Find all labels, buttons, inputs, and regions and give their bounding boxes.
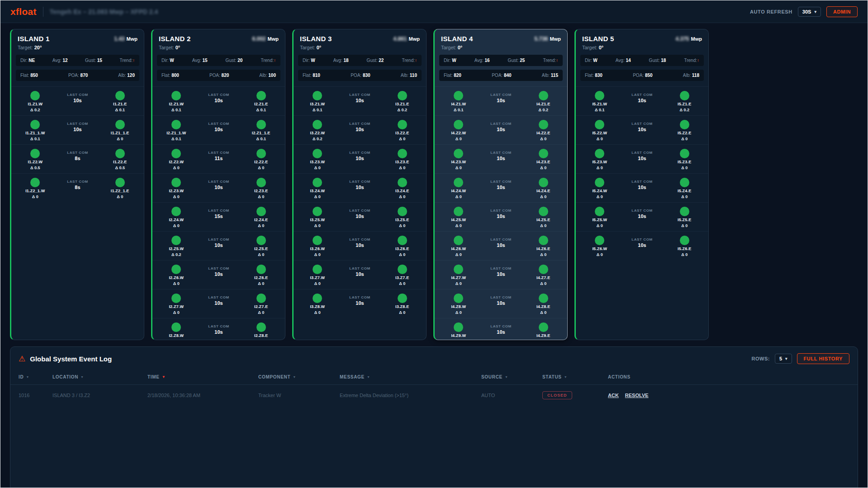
tracker-east[interactable]: I1.Z2_1.E Δ 0 (99, 178, 141, 199)
tracker-west[interactable]: I3.Z7.W Δ 0 (296, 265, 339, 286)
irr-poa: POA: 830 (351, 73, 370, 78)
tracker-west[interactable]: I2.Z8.W Δ 0 (155, 322, 198, 340)
tracker-west[interactable]: I1.Z1_1.W Δ 0.1 (14, 120, 57, 142)
tracker-west[interactable]: I3.Z2.W Δ 0.2 (296, 120, 339, 142)
tracker-west[interactable]: I5.Z3.W Δ 0 (579, 149, 621, 171)
wind-avg: Avg: 12 (52, 58, 68, 63)
tracker-west[interactable]: I2.Z3.W Δ 0 (155, 178, 198, 199)
tracker-east[interactable]: I3.Z5.E Δ 0 (381, 207, 423, 228)
column-header-id[interactable]: ID▼ (19, 374, 52, 379)
tracker-east[interactable]: I3.Z8.E Δ 0 (381, 294, 423, 315)
full-history-button[interactable]: FULL HISTORY (797, 353, 849, 364)
tracker-east[interactable]: I4.Z3.E Δ 0 (522, 149, 564, 171)
tracker-west[interactable]: I5.Z5.W Δ 0 (579, 207, 621, 228)
tracker-west[interactable]: I2.Z7.W Δ 0 (155, 294, 198, 315)
column-header-status[interactable]: STATUS▼ (542, 374, 608, 379)
tracker-west[interactable]: I5.Z6.W Δ 0 (579, 236, 621, 257)
tracker-east[interactable]: I5.Z2.E Δ 0 (663, 120, 706, 142)
tracker-west[interactable]: I4.Z1.W Δ 0.1 (437, 91, 480, 113)
tracker-east[interactable]: I2.Z6.E Δ 0 (240, 265, 282, 286)
tracker-east[interactable]: I2.Z5.E Δ 0 (240, 236, 282, 257)
tracker-east[interactable]: I2.Z1.E Δ 0.1 (240, 91, 282, 113)
column-header-location[interactable]: LOCATION▼ (52, 374, 147, 379)
tracker-east[interactable]: I1.Z1_1.E Δ 0 (99, 120, 141, 142)
tracker-id: I4.Z2.W (451, 131, 466, 135)
tracker-east[interactable]: I1.Z1.E Δ 0.1 (99, 91, 141, 113)
tracker-east[interactable]: I3.Z2.E Δ 0 (381, 120, 423, 142)
column-header-time[interactable]: TIME▼ (147, 374, 258, 379)
tracker-west[interactable]: I3.Z4.W Δ 0 (296, 178, 339, 199)
column-header-message[interactable]: MESSAGE▼ (340, 374, 481, 379)
tracker-east[interactable]: I4.Z5.E Δ 0 (522, 207, 564, 228)
tracker-id: I2.Z7.W (169, 304, 184, 309)
tracker-west[interactable]: I3.Z3.W Δ 0 (296, 149, 339, 171)
tracker-east[interactable]: I4.Z7.E Δ 0 (522, 265, 564, 286)
tracker-east[interactable]: I2.Z7.E Δ 0 (240, 294, 282, 315)
wind-gust: Gust: 25 (508, 58, 525, 63)
rows-per-page-select[interactable]: 5 ▾ (775, 354, 792, 364)
tracker-west[interactable]: I3.Z1.W Δ 0.1 (296, 91, 339, 113)
tracker-east[interactable]: I4.Z4.E Δ 0 (522, 178, 564, 199)
tracker-east[interactable]: I4.Z1.E Δ 0.2 (522, 91, 564, 113)
tracker-west[interactable]: I5.Z4.W Δ 0 (579, 178, 621, 199)
tracker-east[interactable]: I2.Z8.E Δ 0 (240, 322, 282, 340)
tracker-west[interactable]: I4.Z6.W Δ 0 (437, 236, 480, 257)
tracker-east[interactable]: I5.Z6.E Δ 0 (663, 236, 706, 257)
tracker-west[interactable]: I3.Z5.W Δ 0 (296, 207, 339, 228)
tracker-east[interactable]: I3.Z7.E Δ 0 (381, 265, 423, 286)
tracker-east[interactable]: I3.Z6.E Δ 0 (381, 236, 423, 257)
tracker-west[interactable]: I4.Z7.W Δ 0 (437, 265, 480, 286)
tracker-delta: Δ 0.1 (115, 108, 124, 112)
tracker-east[interactable]: I5.Z4.E Δ 0 (663, 178, 706, 199)
tracker-east[interactable]: I2.Z2.E Δ 0 (240, 149, 282, 171)
tracker-west[interactable]: I1.Z1.W Δ 0.2 (14, 91, 57, 113)
tracker-east[interactable]: I3.Z1.E Δ 0.2 (381, 91, 423, 113)
tracker-delta: Δ 0 (597, 252, 603, 257)
tracker-east[interactable]: I2.Z4.E Δ 0 (240, 207, 282, 228)
tracker-west[interactable]: I3.Z6.W Δ 0 (296, 236, 339, 257)
tracker-east[interactable]: I5.Z1.E Δ 0.2 (663, 91, 706, 113)
column-header-source[interactable]: SOURCE▼ (481, 374, 542, 379)
tracker-west[interactable]: I4.Z8.W Δ 0 (437, 294, 480, 315)
tracker-east[interactable]: I4.Z6.E Δ 0 (522, 236, 564, 257)
tracker-east[interactable]: I4.Z9.E Δ 0 (522, 322, 564, 340)
ack-link[interactable]: ACK (608, 393, 619, 398)
tracker-east[interactable]: I1.Z2.E Δ 0.5 (99, 149, 141, 171)
refresh-interval-select[interactable]: 30S ▾ (798, 7, 821, 17)
tracker-east[interactable]: I5.Z3.E Δ 0 (663, 149, 706, 171)
tracker-east[interactable]: I4.Z2.E Δ 0 (522, 120, 564, 142)
tracker-west[interactable]: I2.Z1.W Δ 0.1 (155, 91, 198, 113)
tracker-west[interactable]: I4.Z4.W Δ 0 (437, 178, 480, 199)
tracker-west[interactable]: I1.Z2_1.W Δ 0 (14, 178, 57, 199)
tracker-delta: Δ 0 (681, 194, 688, 199)
last-com: LAST COM 10s (621, 178, 664, 199)
column-header-component[interactable]: COMPONENT▼ (258, 374, 340, 379)
tracker-east[interactable]: I2.Z3.E Δ 0 (240, 178, 282, 199)
tracker-west[interactable]: I4.Z9.W Δ 0 (437, 322, 480, 340)
tracker-west[interactable]: I2.Z6.W Δ 0 (155, 265, 198, 286)
tracker-status-icon (30, 178, 40, 187)
tracker-west[interactable]: I1.Z2.W Δ 0.5 (14, 149, 57, 171)
sort-icon: ▼ (26, 375, 29, 379)
tracker-east[interactable]: I3.Z4.E Δ 0 (381, 178, 423, 199)
tracker-east[interactable]: I2.Z1_1.E Δ 0.1 (240, 120, 282, 142)
tracker-east[interactable]: I5.Z5.E Δ 0 (663, 207, 706, 228)
tracker-west[interactable]: I5.Z2.W Δ 0 (579, 120, 621, 142)
tracker-status-icon (454, 178, 463, 187)
tracker-east[interactable]: I4.Z8.E Δ 0 (522, 294, 564, 315)
resolve-link[interactable]: RESOLVE (625, 393, 649, 398)
tracker-west[interactable]: I2.Z5.W Δ 0.2 (155, 236, 198, 257)
tracker-west[interactable]: I3.Z8.W Δ 0 (296, 294, 339, 315)
tracker-west[interactable]: I2.Z1_1.W Δ 0.1 (155, 120, 198, 142)
tracker-west[interactable]: I5.Z1.W Δ 0.1 (579, 91, 621, 113)
tracker-west[interactable]: I4.Z5.W Δ 0 (437, 207, 480, 228)
irr-flat: Flat: 820 (444, 73, 461, 78)
tracker-west[interactable]: I4.Z2.W Δ 0 (437, 120, 480, 142)
last-com-label: LAST COM (631, 151, 653, 155)
tracker-west[interactable]: I2.Z2.W Δ 0 (155, 149, 198, 171)
tracker-east[interactable]: I3.Z3.E Δ 0 (381, 149, 423, 171)
admin-button[interactable]: ADMIN (826, 6, 858, 17)
tracker-west[interactable]: I2.Z4.W Δ 0 (155, 207, 198, 228)
tracker-west[interactable]: I4.Z3.W Δ 0 (437, 149, 480, 171)
last-com-label: LAST COM (208, 208, 229, 213)
